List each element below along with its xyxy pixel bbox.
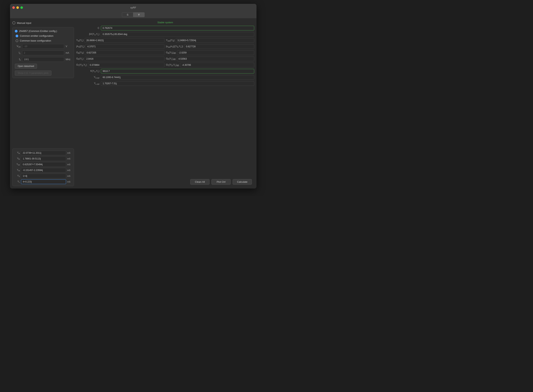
calculate-button[interactable]: Calculate bbox=[233, 179, 252, 185]
close-button[interactable] bbox=[12, 6, 15, 9]
vout-label: |vout/v1|((YS,YL)) bbox=[166, 45, 183, 48]
buttons-row: Open datasheet bbox=[15, 64, 71, 69]
titlebar: syRF bbox=[10, 4, 257, 11]
ys-opt-label: YS,opt bbox=[76, 76, 99, 79]
yl-row: YL mS bbox=[14, 179, 72, 184]
ga-row: GA(YS) GA(YS)dB bbox=[76, 50, 254, 55]
gt-label: GT(YS,YL) bbox=[76, 63, 87, 66]
config-title: 2N4957 (Common Emitter config.) bbox=[19, 30, 57, 33]
config-radio[interactable] bbox=[15, 30, 18, 33]
yre-row: Yre mS bbox=[14, 168, 72, 173]
yl-input[interactable] bbox=[21, 179, 66, 184]
yre-input[interactable] bbox=[21, 168, 66, 173]
show-plots-row: Show C.E. Y parameters plots bbox=[15, 70, 71, 76]
right-spacer bbox=[76, 87, 254, 176]
open-datasheet-button[interactable]: Open datasheet bbox=[15, 64, 37, 69]
ic-input[interactable] bbox=[22, 51, 64, 55]
clean-all-button[interactable]: Clean All bbox=[190, 179, 209, 185]
yoe-row: Yoe mS bbox=[14, 162, 72, 167]
yre-unit: mS bbox=[67, 169, 72, 171]
ga-ys-input[interactable] bbox=[85, 50, 164, 55]
window-title: syRF bbox=[130, 6, 136, 9]
yl-opt-label: YL,opt bbox=[76, 82, 99, 85]
yfe-row: Yfe mS bbox=[14, 156, 72, 161]
beta-row: βA(YS,YL) bbox=[76, 32, 254, 37]
yl-unit: mS bbox=[67, 181, 72, 183]
yout-pair: Yout(YS) bbox=[166, 38, 254, 43]
gp-yl-input[interactable] bbox=[85, 56, 164, 61]
av-label: |AV|(YL) bbox=[76, 45, 84, 48]
maximize-button[interactable] bbox=[20, 6, 23, 9]
yoe-input[interactable] bbox=[21, 162, 66, 167]
main-content: Manual input 2N4957 (Common Emitter conf… bbox=[10, 18, 257, 188]
gp-yl-label: GP(YL) bbox=[76, 57, 84, 61]
gt-pair: GT(YS,YL) bbox=[76, 63, 164, 67]
ys-opt-input[interactable] bbox=[101, 75, 254, 80]
left-panel: Manual input 2N4957 (Common Emitter conf… bbox=[12, 21, 74, 186]
f0-input[interactable] bbox=[22, 57, 64, 62]
gp-row: GP(YL) GP(YL)dB bbox=[76, 56, 254, 61]
f0-unit: MHz bbox=[66, 58, 71, 61]
k-row: K(YS,YL) bbox=[76, 69, 254, 74]
yout-label: Yout(YS) bbox=[166, 39, 175, 42]
tab-s[interactable]: S bbox=[122, 12, 133, 17]
yfe-unit: mS bbox=[67, 158, 72, 160]
gt-row: GT(YS,YL) GT(YS,YL)dB bbox=[76, 63, 254, 67]
ys-opt-row: YS,opt bbox=[76, 75, 254, 80]
manual-input-radio[interactable] bbox=[12, 21, 15, 24]
yin-pair: Yin(YL) bbox=[76, 38, 164, 43]
gp-yl-db-pair: GP(YL)dB bbox=[166, 56, 254, 61]
tab-bar: S Y bbox=[10, 11, 257, 18]
yin-yout-row: Yin(YL) Yout(YS) bbox=[76, 38, 254, 43]
minimize-button[interactable] bbox=[16, 6, 19, 9]
yie-label: Yie bbox=[14, 151, 20, 154]
f0-row: f0 MHz bbox=[15, 57, 71, 62]
gt-db-input[interactable] bbox=[180, 63, 254, 67]
gt-db-label: GT(YS,YL)dB bbox=[166, 63, 179, 66]
yl-opt-row: YL,opt bbox=[76, 81, 254, 86]
config-title-row: 2N4957 (Common Emitter config.) bbox=[15, 30, 71, 33]
ga-ys-pair: GA(YS) bbox=[76, 50, 164, 55]
vce-label: VCE bbox=[15, 45, 21, 48]
option1-radio[interactable] bbox=[16, 35, 18, 37]
av-input[interactable] bbox=[86, 44, 164, 49]
ga-ys-label: GA(YS) bbox=[76, 51, 84, 54]
bottom-bar: Clean All Plot Ctrl Calculate bbox=[76, 177, 254, 186]
gt-input[interactable] bbox=[88, 63, 164, 67]
k-input[interactable] bbox=[101, 69, 254, 74]
gp-yl-db-input[interactable] bbox=[177, 56, 254, 61]
beta-input[interactable] bbox=[101, 32, 254, 37]
yie-unit: mS bbox=[67, 152, 72, 154]
option1-row[interactable]: Common emitter configuration bbox=[15, 34, 71, 37]
av-pair: |AV|(YL) bbox=[76, 44, 164, 49]
f0-label: f0 bbox=[15, 58, 21, 61]
beta-label: βA(YS,YL) bbox=[76, 33, 99, 36]
show-plots-button[interactable]: Show C.E. Y parameters plots bbox=[15, 70, 51, 76]
option2-row[interactable]: Common base configuration bbox=[15, 39, 71, 42]
gp-yl-pair: GP(YL) bbox=[76, 56, 164, 61]
vout-input[interactable] bbox=[184, 44, 254, 49]
ga-ys-db-pair: GA(YS)dB bbox=[166, 50, 254, 55]
ys-unit: mS bbox=[67, 175, 72, 177]
yout-input[interactable] bbox=[176, 38, 254, 43]
option2-label: Common base configuration bbox=[20, 39, 51, 42]
yfe-input[interactable] bbox=[21, 156, 66, 161]
ic-unit: mA bbox=[66, 51, 71, 54]
yl-opt-input[interactable] bbox=[101, 81, 254, 86]
vout-pair: |vout/v1|((YS,YL)) bbox=[166, 44, 254, 49]
plot-ctrl-button[interactable]: Plot Ctrl bbox=[211, 179, 231, 185]
ga-ys-db-input[interactable] bbox=[177, 50, 254, 55]
tab-y[interactable]: Y bbox=[133, 12, 145, 17]
option2-radio[interactable] bbox=[16, 39, 18, 42]
ys-input[interactable] bbox=[21, 174, 66, 178]
c-input[interactable] bbox=[101, 26, 254, 30]
yie-input[interactable] bbox=[21, 151, 66, 155]
gp-yl-db-label: GP(YL)dB bbox=[166, 57, 176, 61]
manual-input-label: Manual input bbox=[17, 22, 31, 24]
yre-label: Yre bbox=[14, 169, 20, 172]
vce-input[interactable] bbox=[22, 44, 64, 49]
c-row: C bbox=[76, 26, 254, 30]
option1-label: Common emitter configuration bbox=[20, 34, 53, 37]
yl-label: YL bbox=[14, 180, 20, 183]
yin-input[interactable] bbox=[85, 38, 164, 43]
